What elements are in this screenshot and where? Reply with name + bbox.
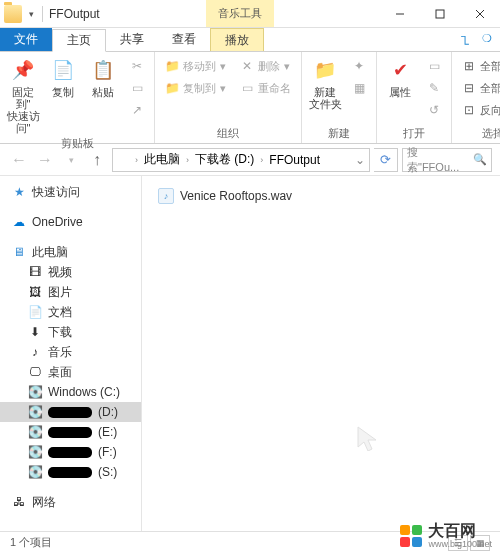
watermark: 大百网 www.big100.net <box>400 523 492 549</box>
desktop-icon: 🖵 <box>28 365 42 379</box>
app-folder-icon <box>4 5 22 23</box>
tree-documents[interactable]: 📄文档 <box>0 302 141 322</box>
tab-home[interactable]: 主页 <box>52 29 106 52</box>
ribbon-collapse-icon[interactable]: ㇅ <box>459 32 472 50</box>
tree-onedrive[interactable]: ☁OneDrive <box>0 212 141 232</box>
recent-locations-button[interactable]: ▾ <box>60 149 82 171</box>
copy-label: 复制 <box>52 86 74 98</box>
redacted-label <box>48 427 92 438</box>
group-clipboard: 📌 固定到" 快速访问" 📄 复制 📋 粘贴 ✂ ▭ ↗ 剪贴板 <box>0 52 155 143</box>
music-icon: ♪ <box>28 345 42 359</box>
tab-view[interactable]: 查看 <box>158 28 210 51</box>
window-title: FFOutput <box>49 7 100 21</box>
group-open: ✔ 属性 ▭ ✎ ↺ 打开 <box>377 52 452 143</box>
select-none-button[interactable]: ⊟全部取消 <box>458 78 500 98</box>
back-button[interactable]: ← <box>8 149 30 171</box>
edit-button[interactable]: ✎ <box>423 78 445 98</box>
tree-desktop[interactable]: 🖵桌面 <box>0 362 141 382</box>
tree-drive-c[interactable]: 💽Windows (C:) <box>0 382 141 402</box>
tree-videos[interactable]: 🎞视频 <box>0 262 141 282</box>
delete-icon: ✕ <box>240 59 254 73</box>
help-icon[interactable]: ❍ <box>482 32 492 45</box>
tree-music[interactable]: ♪音乐 <box>0 342 141 362</box>
svg-rect-1 <box>436 10 444 18</box>
context-tab-music[interactable]: 音乐工具 <box>206 0 274 27</box>
tree-drive-d[interactable]: 💽(D:) <box>0 402 141 422</box>
new-item-button[interactable]: ✦ <box>348 56 370 76</box>
network-icon: 🖧 <box>12 495 26 509</box>
pin-quick-access-button[interactable]: 📌 固定到" 快速访问" <box>6 56 40 134</box>
maximize-button[interactable] <box>420 0 460 28</box>
chevron-right-icon[interactable]: › <box>133 155 140 165</box>
redacted-label <box>48 407 92 418</box>
close-button[interactable] <box>460 0 500 28</box>
minimize-button[interactable] <box>380 0 420 28</box>
breadcrumb-drive-d[interactable]: 下载卷 (D:) <box>193 151 256 168</box>
properties-icon: ✔ <box>386 56 414 84</box>
navigation-bar: ← → ▾ ↑ › 此电脑 › 下载卷 (D:) › FFOutput ⌄ ⟳ … <box>0 144 500 176</box>
tree-this-pc[interactable]: 🖥此电脑 <box>0 242 141 262</box>
drive-icon: 💽 <box>28 385 42 399</box>
address-bar[interactable]: › 此电脑 › 下载卷 (D:) › FFOutput ⌄ <box>112 148 370 172</box>
tree-drive-e[interactable]: 💽(E:) <box>0 422 141 442</box>
tree-quick-access[interactable]: ★快速访问 <box>0 182 141 202</box>
paste-icon: 📋 <box>89 56 117 84</box>
copy-icon: 📄 <box>49 56 77 84</box>
chevron-right-icon[interactable]: › <box>184 155 191 165</box>
easy-access-button[interactable]: ▦ <box>348 78 370 98</box>
qat-dropdown-icon[interactable]: ▾ <box>26 9 36 19</box>
search-input[interactable]: 搜索"FFOu... 🔍 <box>402 148 492 172</box>
properties-label: 属性 <box>389 86 411 98</box>
tree-drive-s[interactable]: 💽(S:) <box>0 462 141 482</box>
select-all-icon: ⊞ <box>462 59 476 73</box>
new-folder-button[interactable]: 📁 新建 文件夹 <box>308 56 342 110</box>
breadcrumb-thispc[interactable]: 此电脑 <box>142 151 182 168</box>
refresh-button[interactable]: ⟳ <box>374 148 398 172</box>
address-folder-icon <box>117 154 131 166</box>
forward-button[interactable]: → <box>34 149 56 171</box>
breadcrumb-ffoutput[interactable]: FFOutput <box>267 153 322 167</box>
tab-file[interactable]: 文件 <box>0 28 52 51</box>
tree-drive-f[interactable]: 💽(F:) <box>0 442 141 462</box>
picture-icon: 🖼 <box>28 285 42 299</box>
delete-button[interactable]: ✕删除 ▾ <box>236 56 295 76</box>
file-list[interactable]: ♪ Venice Rooftops.wav <box>142 176 500 531</box>
rename-button[interactable]: ▭重命名 <box>236 78 295 98</box>
watermark-logo-icon <box>400 525 422 547</box>
paste-button[interactable]: 📋 粘贴 <box>86 56 120 98</box>
minimize-icon <box>395 9 405 19</box>
copy-path-button[interactable]: ▭ <box>126 78 148 98</box>
chevron-right-icon[interactable]: › <box>258 155 265 165</box>
video-icon: 🎞 <box>28 265 42 279</box>
up-button[interactable]: ↑ <box>86 149 108 171</box>
paste-shortcut-button[interactable]: ↗ <box>126 100 148 120</box>
open-button[interactable]: ▭ <box>423 56 445 76</box>
history-button[interactable]: ↺ <box>423 100 445 120</box>
tab-share[interactable]: 共享 <box>106 28 158 51</box>
maximize-icon <box>435 9 445 19</box>
address-dropdown-icon[interactable]: ⌄ <box>355 153 365 167</box>
select-all-button[interactable]: ⊞全部选择 <box>458 56 500 76</box>
file-item[interactable]: ♪ Venice Rooftops.wav <box>156 186 486 206</box>
tab-play[interactable]: 播放 <box>210 28 264 51</box>
star-icon: ★ <box>12 185 26 199</box>
ribbon-tabs: 文件 主页 共享 查看 播放 ㇅ ❍ <box>0 28 500 52</box>
cut-button[interactable]: ✂ <box>126 56 148 76</box>
drive-icon: 💽 <box>28 465 42 479</box>
separator <box>42 6 43 22</box>
tree-downloads[interactable]: ⬇下载 <box>0 322 141 342</box>
copy-button[interactable]: 📄 复制 <box>46 56 80 98</box>
wav-file-icon: ♪ <box>158 188 174 204</box>
move-to-button[interactable]: 📁移动到 ▾ <box>161 56 230 76</box>
svg-marker-4 <box>358 427 376 451</box>
drive-icon: 💽 <box>28 405 42 419</box>
properties-button[interactable]: ✔ 属性 <box>383 56 417 98</box>
pc-icon: 🖥 <box>12 245 26 259</box>
new-folder-label: 新建 文件夹 <box>309 86 342 110</box>
invert-selection-button[interactable]: ⊡反向选择 <box>458 100 500 120</box>
tree-network[interactable]: 🖧网络 <box>0 492 141 512</box>
tree-pictures[interactable]: 🖼图片 <box>0 282 141 302</box>
history-icon: ↺ <box>427 103 441 117</box>
shortcut-icon: ↗ <box>130 103 144 117</box>
copy-to-button[interactable]: 📁复制到 ▾ <box>161 78 230 98</box>
